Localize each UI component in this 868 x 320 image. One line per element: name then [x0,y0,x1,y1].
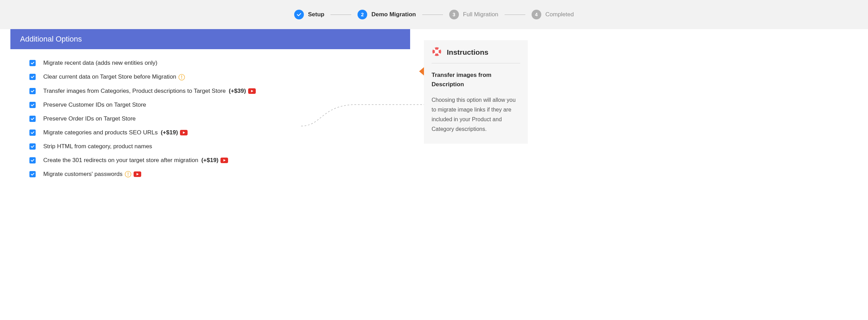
option-row: Preserve Customer IDs on Target Store [29,101,400,108]
option-label-wrap[interactable]: Create the 301 redirects on your target … [43,157,228,164]
step-label: Completed [545,11,574,18]
option-price: (+$19) [201,157,219,163]
option-label-wrap[interactable]: Preserve Customer IDs on Target Store [43,101,146,108]
check-icon [294,10,304,19]
step-2[interactable]: 2Demo Migration [358,10,416,19]
option-checkbox[interactable] [29,130,36,136]
option-row: Strip HTML from category, product names [29,143,400,150]
step-3[interactable]: 3Full Migration [449,10,498,19]
option-checkbox[interactable] [29,74,36,80]
option-label: Preserve Customer IDs on Target Store [43,101,146,108]
warning-icon[interactable] [125,171,132,178]
option-label: Migrate categories and products SEO URLs [43,129,158,136]
step-number: 3 [449,10,459,19]
video-icon[interactable] [180,130,188,135]
step-4[interactable]: 4Completed [532,10,574,19]
side-column: Instructions Transfer images from Descri… [424,40,528,144]
option-row: Create the 301 redirects on your target … [29,157,400,164]
option-row: Preserve Order IDs on Target Store [29,115,400,122]
step-label: Demo Migration [371,11,416,18]
option-checkbox[interactable] [29,157,36,163]
option-label-wrap[interactable]: Preserve Order IDs on Target Store [43,115,136,122]
option-checkbox[interactable] [29,88,36,94]
option-label-wrap[interactable]: Clear current data on Target Store befor… [43,73,185,81]
video-icon[interactable] [134,171,141,177]
video-icon[interactable] [248,88,256,94]
option-checkbox[interactable] [29,171,36,177]
option-row: Migrate customers' passwords [29,171,400,178]
content: Additional Options Migrate recent data (… [0,29,868,198]
section-title: Additional Options [10,29,410,49]
option-checkbox[interactable] [29,116,36,122]
pointer-arrow-icon [419,67,424,75]
option-row: Clear current data on Target Store befor… [29,73,400,81]
step-label: Setup [308,11,324,18]
option-row: Migrate categories and products SEO URLs… [29,129,400,136]
step-connector [422,15,443,15]
svg-point-11 [435,50,439,54]
option-label: Migrate customers' passwords [43,171,123,177]
step-connector [331,15,351,15]
warning-icon[interactable] [178,74,185,81]
option-label: Clear current data on Target Store befor… [43,73,176,80]
step-number: 2 [358,10,367,19]
video-icon[interactable] [220,158,228,163]
option-checkbox[interactable] [29,143,36,150]
main-column: Additional Options Migrate recent data (… [10,29,410,185]
instructions-body: Choosing this option will allow you to m… [432,95,520,134]
option-label-wrap[interactable]: Migrate customers' passwords [43,171,141,178]
option-label: Strip HTML from category, product names [43,143,152,150]
step-1[interactable]: Setup [294,10,324,19]
instructions-heading: Instructions [447,48,488,56]
option-price: (+$19) [161,129,178,136]
option-label-wrap[interactable]: Migrate categories and products SEO URLs… [43,129,188,136]
lifebuoy-icon [432,46,442,58]
option-label-wrap[interactable]: Strip HTML from category, product names [43,143,152,150]
option-row: Transfer images from Categories, Product… [29,88,400,95]
stepper: Setup2Demo Migration3Full Migration4Comp… [0,0,868,29]
option-row: Migrate recent data (adds new entities o… [29,60,400,66]
instructions-title: Transfer images from Description [432,70,520,89]
svg-point-8 [128,175,128,176]
instructions-header: Instructions [432,46,520,63]
step-connector [505,15,525,15]
step-number: 4 [532,10,541,19]
options-list: Migrate recent data (adds new entities o… [10,49,410,178]
option-label-wrap[interactable]: Transfer images from Categories, Product… [43,88,256,95]
option-label: Transfer images from Categories, Product… [43,88,226,94]
option-label: Create the 301 redirects on your target … [43,157,198,163]
step-label: Full Migration [463,11,498,18]
option-checkbox[interactable] [29,102,36,108]
svg-point-2 [181,78,182,79]
option-label-wrap[interactable]: Migrate recent data (adds new entities o… [43,60,157,66]
option-label: Preserve Order IDs on Target Store [43,115,136,122]
option-checkbox[interactable] [29,60,36,66]
instructions-card: Instructions Transfer images from Descri… [424,40,528,144]
option-label: Migrate recent data (adds new entities o… [43,60,157,66]
option-price: (+$39) [229,88,246,94]
